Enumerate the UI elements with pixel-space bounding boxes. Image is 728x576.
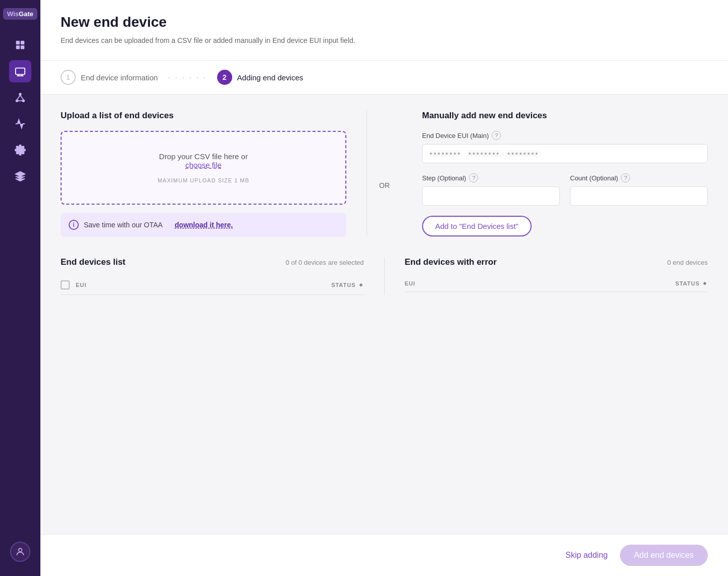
info-text: Save time with our OTAA [84, 221, 163, 229]
bottom-section: End devices list 0 of 0 devices are sele… [61, 257, 708, 295]
sidebar-item-extensions[interactable] [9, 165, 31, 187]
end-devices-error-title: End devices with error [405, 257, 497, 267]
svg-point-15 [19, 548, 22, 552]
or-divider: OR [367, 181, 402, 189]
count-field-group: Count (Optional) ? [570, 173, 708, 206]
svg-point-8 [19, 93, 21, 95]
svg-line-11 [17, 95, 20, 100]
manual-section: Manually add new end devices End Device … [402, 111, 708, 236]
main-content: New end device End devices can be upload… [40, 0, 728, 576]
user-avatar[interactable] [10, 542, 30, 562]
step-1: 1 End device information [61, 70, 158, 85]
end-devices-list-title: End devices list [61, 257, 126, 267]
step-field-group: Step (Optional) ? [422, 173, 560, 206]
count-label: Count (Optional) ? [570, 173, 708, 182]
stepper: 1 End device information · · · · · · 2 A… [40, 61, 728, 94]
step-label: Step (Optional) ? [422, 173, 560, 182]
content-area: Upload a list of end devices Drop your C… [40, 94, 728, 534]
sidebar-item-devices[interactable] [9, 60, 31, 82]
step-2-label: Adding end devices [237, 73, 303, 82]
error-col-status-label: STATUS [675, 280, 708, 286]
eui-help-icon[interactable]: ? [492, 131, 501, 140]
step-1-circle: 1 [61, 70, 76, 85]
eui-input[interactable] [422, 144, 708, 163]
sidebar-item-activity[interactable] [9, 113, 31, 135]
svg-line-12 [20, 95, 23, 100]
sidebar-item-settings[interactable] [9, 139, 31, 161]
select-all-checkbox[interactable] [61, 280, 70, 290]
logo-gate: Gate [19, 10, 33, 18]
step-input[interactable] [422, 186, 560, 206]
step-2-circle: 2 [217, 70, 232, 85]
svg-rect-4 [16, 68, 25, 75]
upload-section: Upload a list of end devices Drop your C… [61, 111, 367, 237]
sidebar-item-dashboard[interactable] [9, 34, 31, 56]
end-devices-list-count: 0 of 0 devices are selected [286, 259, 364, 266]
end-devices-list-section: End devices list 0 of 0 devices are sele… [61, 257, 385, 295]
upload-title: Upload a list of end devices [61, 111, 346, 121]
footer: Skip adding Add end devices [40, 534, 728, 576]
eui-label: End Device EUI (Main) ? [422, 131, 708, 140]
two-col-layout: Upload a list of end devices Drop your C… [61, 111, 708, 237]
error-col-eui-label: EUI [405, 280, 669, 286]
page-header: New end device End devices can be upload… [40, 0, 728, 61]
drop-text: Drop your CSV file here or choose file [72, 152, 335, 169]
sidebar: WisGate [0, 0, 40, 576]
step-2: 2 Adding end devices [217, 70, 303, 85]
page-subtitle: End devices can be uploaded from a CSV f… [61, 35, 708, 46]
end-devices-error-section: End devices with error 0 end devices EUI… [385, 257, 708, 295]
error-table-header: EUI STATUS [405, 275, 708, 292]
info-banner: i Save time with our OTAA download it he… [61, 213, 346, 237]
end-devices-list-header: End devices list 0 of 0 devices are sele… [61, 257, 364, 267]
logo-wis: Wis [7, 10, 19, 18]
step-1-label: End device information [81, 73, 158, 82]
count-help-icon[interactable]: ? [621, 173, 630, 182]
max-size-label: MAXIMUM UPLOAD SIZE 1 MB [72, 177, 335, 183]
end-devices-table-header: EUI STATUS [61, 275, 364, 295]
svg-rect-0 [16, 41, 20, 44]
end-devices-error-count: 0 end devices [667, 259, 708, 266]
end-devices-error-header: End devices with error 0 end devices [405, 257, 708, 267]
page-title: New end device [61, 14, 708, 30]
add-to-list-button[interactable]: Add to "End Devices list" [422, 216, 532, 236]
manual-title: Manually add new end devices [422, 111, 708, 121]
skip-adding-button[interactable]: Skip adding [565, 551, 608, 560]
choose-file-link[interactable]: choose file [185, 161, 222, 169]
col-status-label: STATUS [331, 282, 363, 288]
upload-dropzone[interactable]: Drop your CSV file here or choose file M… [61, 131, 346, 205]
step-connector: · · · · · · [168, 72, 207, 83]
col-eui-label: EUI [76, 282, 325, 288]
step-count-row: Step (Optional) ? Count (Optional) ? [422, 173, 708, 216]
download-link[interactable]: download it here. [175, 221, 233, 229]
sidebar-item-network[interactable] [9, 86, 31, 109]
add-end-devices-button[interactable]: Add end devices [620, 545, 708, 566]
svg-rect-2 [16, 45, 20, 49]
info-icon: i [69, 220, 79, 230]
svg-rect-1 [21, 41, 24, 44]
step-help-icon[interactable]: ? [469, 173, 478, 182]
eui-field-group: End Device EUI (Main) ? [422, 131, 708, 163]
count-input[interactable] [570, 186, 708, 206]
svg-rect-3 [21, 45, 24, 49]
app-logo[interactable]: WisGate [3, 8, 37, 20]
